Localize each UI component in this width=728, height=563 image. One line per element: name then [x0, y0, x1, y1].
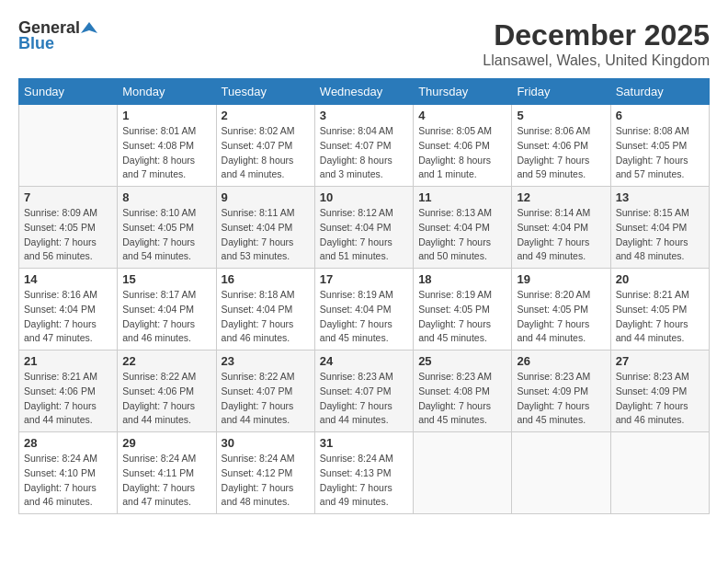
- day-number: 30: [222, 436, 310, 450]
- day-number: 23: [222, 354, 310, 368]
- column-header-friday: Friday: [512, 79, 610, 105]
- calendar-day-cell: 26Sunrise: 8:23 AM Sunset: 4:09 PM Dayli…: [512, 350, 610, 432]
- calendar-day-cell: 25Sunrise: 8:23 AM Sunset: 4:08 PM Dayli…: [414, 350, 512, 432]
- day-info: Sunrise: 8:15 AM Sunset: 4:04 PM Dayligh…: [616, 206, 704, 264]
- calendar-day-cell: 1Sunrise: 8:01 AM Sunset: 4:08 PM Daylig…: [118, 105, 216, 187]
- day-number: 6: [616, 109, 704, 122]
- logo: General Blue: [18, 18, 97, 53]
- day-info: Sunrise: 8:09 AM Sunset: 4:05 PM Dayligh…: [24, 206, 112, 264]
- calendar-empty-cell: [610, 432, 709, 514]
- calendar-day-cell: 30Sunrise: 8:24 AM Sunset: 4:12 PM Dayli…: [216, 432, 314, 514]
- day-info: Sunrise: 8:10 AM Sunset: 4:05 PM Dayligh…: [122, 206, 210, 264]
- day-info: Sunrise: 8:24 AM Sunset: 4:12 PM Dayligh…: [222, 452, 310, 510]
- day-info: Sunrise: 8:04 AM Sunset: 4:07 PM Dayligh…: [320, 124, 408, 182]
- calendar-day-cell: 20Sunrise: 8:21 AM Sunset: 4:05 PM Dayli…: [610, 269, 709, 350]
- day-info: Sunrise: 8:01 AM Sunset: 4:08 PM Dayligh…: [122, 124, 210, 182]
- column-header-wednesday: Wednesday: [314, 79, 413, 105]
- day-number: 21: [24, 354, 112, 368]
- calendar-day-cell: 23Sunrise: 8:22 AM Sunset: 4:07 PM Dayli…: [216, 350, 314, 432]
- column-header-sunday: Sunday: [19, 79, 118, 105]
- day-info: Sunrise: 8:23 AM Sunset: 4:09 PM Dayligh…: [517, 370, 605, 428]
- day-number: 15: [122, 272, 210, 286]
- month-title: December 2025: [483, 18, 710, 52]
- day-info: Sunrise: 8:11 AM Sunset: 4:04 PM Dayligh…: [222, 206, 310, 264]
- day-number: 28: [24, 436, 112, 450]
- calendar-day-cell: 13Sunrise: 8:15 AM Sunset: 4:04 PM Dayli…: [610, 187, 709, 269]
- calendar-week-row: 1Sunrise: 8:01 AM Sunset: 4:08 PM Daylig…: [19, 105, 710, 187]
- day-info: Sunrise: 8:17 AM Sunset: 4:04 PM Dayligh…: [122, 288, 210, 346]
- day-number: 1: [122, 109, 210, 122]
- calendar-day-cell: 5Sunrise: 8:06 AM Sunset: 4:06 PM Daylig…: [512, 105, 610, 187]
- day-number: 27: [616, 354, 704, 368]
- day-number: 26: [517, 354, 605, 368]
- column-header-thursday: Thursday: [414, 79, 512, 105]
- day-number: 5: [517, 109, 605, 122]
- calendar-day-cell: 9Sunrise: 8:11 AM Sunset: 4:04 PM Daylig…: [216, 187, 314, 269]
- day-info: Sunrise: 8:05 AM Sunset: 4:06 PM Dayligh…: [418, 124, 506, 182]
- day-info: Sunrise: 8:22 AM Sunset: 4:06 PM Dayligh…: [122, 370, 210, 428]
- day-number: 9: [222, 190, 310, 204]
- day-info: Sunrise: 8:24 AM Sunset: 4:11 PM Dayligh…: [122, 452, 210, 510]
- calendar-day-cell: 24Sunrise: 8:23 AM Sunset: 4:07 PM Dayli…: [314, 350, 413, 432]
- calendar-day-cell: 31Sunrise: 8:24 AM Sunset: 4:13 PM Dayli…: [314, 432, 413, 514]
- calendar-day-cell: 15Sunrise: 8:17 AM Sunset: 4:04 PM Dayli…: [118, 269, 216, 350]
- day-info: Sunrise: 8:23 AM Sunset: 4:07 PM Dayligh…: [320, 370, 408, 428]
- calendar-day-cell: 16Sunrise: 8:18 AM Sunset: 4:04 PM Dayli…: [216, 269, 314, 350]
- day-number: 2: [222, 109, 310, 122]
- day-number: 10: [320, 190, 408, 204]
- day-info: Sunrise: 8:19 AM Sunset: 4:05 PM Dayligh…: [418, 288, 506, 346]
- day-number: 18: [418, 272, 506, 286]
- logo-blue-text: Blue: [18, 34, 54, 53]
- day-info: Sunrise: 8:21 AM Sunset: 4:05 PM Dayligh…: [616, 288, 704, 346]
- logo-bird-icon: [81, 20, 97, 37]
- location-title: Llansawel, Wales, United Kingdom: [483, 52, 710, 69]
- calendar-day-cell: 3Sunrise: 8:04 AM Sunset: 4:07 PM Daylig…: [314, 105, 413, 187]
- title-area: December 2025 Llansawel, Wales, United K…: [483, 18, 710, 69]
- day-number: 31: [320, 436, 408, 450]
- day-number: 20: [616, 272, 704, 286]
- day-number: 12: [517, 190, 605, 204]
- day-info: Sunrise: 8:23 AM Sunset: 4:09 PM Dayligh…: [616, 370, 704, 428]
- day-info: Sunrise: 8:21 AM Sunset: 4:06 PM Dayligh…: [24, 370, 112, 428]
- column-header-tuesday: Tuesday: [216, 79, 314, 105]
- column-header-saturday: Saturday: [610, 79, 709, 105]
- day-number: 22: [122, 354, 210, 368]
- day-number: 14: [24, 272, 112, 286]
- calendar-day-cell: 19Sunrise: 8:20 AM Sunset: 4:05 PM Dayli…: [512, 269, 610, 350]
- calendar-week-row: 7Sunrise: 8:09 AM Sunset: 4:05 PM Daylig…: [19, 187, 710, 269]
- day-number: 7: [24, 190, 112, 204]
- day-number: 4: [418, 109, 506, 122]
- page-header: General Blue December 2025 Llansawel, Wa…: [18, 18, 710, 69]
- calendar-day-cell: 14Sunrise: 8:16 AM Sunset: 4:04 PM Dayli…: [19, 269, 118, 350]
- day-info: Sunrise: 8:19 AM Sunset: 4:04 PM Dayligh…: [320, 288, 408, 346]
- column-header-monday: Monday: [118, 79, 216, 105]
- day-info: Sunrise: 8:14 AM Sunset: 4:04 PM Dayligh…: [517, 206, 605, 264]
- calendar-day-cell: 17Sunrise: 8:19 AM Sunset: 4:04 PM Dayli…: [314, 269, 413, 350]
- day-info: Sunrise: 8:06 AM Sunset: 4:06 PM Dayligh…: [517, 124, 605, 182]
- calendar-day-cell: 2Sunrise: 8:02 AM Sunset: 4:07 PM Daylig…: [216, 105, 314, 187]
- calendar-day-cell: 10Sunrise: 8:12 AM Sunset: 4:04 PM Dayli…: [314, 187, 413, 269]
- day-number: 24: [320, 354, 408, 368]
- calendar-empty-cell: [512, 432, 610, 514]
- calendar-day-cell: 8Sunrise: 8:10 AM Sunset: 4:05 PM Daylig…: [118, 187, 216, 269]
- day-number: 11: [418, 190, 506, 204]
- calendar-day-cell: 12Sunrise: 8:14 AM Sunset: 4:04 PM Dayli…: [512, 187, 610, 269]
- calendar-day-cell: 4Sunrise: 8:05 AM Sunset: 4:06 PM Daylig…: [414, 105, 512, 187]
- calendar-day-cell: 29Sunrise: 8:24 AM Sunset: 4:11 PM Dayli…: [118, 432, 216, 514]
- calendar-week-row: 21Sunrise: 8:21 AM Sunset: 4:06 PM Dayli…: [19, 350, 710, 432]
- calendar-day-cell: 22Sunrise: 8:22 AM Sunset: 4:06 PM Dayli…: [118, 350, 216, 432]
- calendar-day-cell: 27Sunrise: 8:23 AM Sunset: 4:09 PM Dayli…: [610, 350, 709, 432]
- calendar-empty-cell: [414, 432, 512, 514]
- day-info: Sunrise: 8:22 AM Sunset: 4:07 PM Dayligh…: [222, 370, 310, 428]
- calendar-day-cell: 28Sunrise: 8:24 AM Sunset: 4:10 PM Dayli…: [19, 432, 118, 514]
- day-info: Sunrise: 8:12 AM Sunset: 4:04 PM Dayligh…: [320, 206, 408, 264]
- calendar-empty-cell: [19, 105, 118, 187]
- day-info: Sunrise: 8:08 AM Sunset: 4:05 PM Dayligh…: [616, 124, 704, 182]
- calendar-header-row: SundayMondayTuesdayWednesdayThursdayFrid…: [19, 79, 710, 105]
- day-info: Sunrise: 8:24 AM Sunset: 4:10 PM Dayligh…: [24, 452, 112, 510]
- day-number: 8: [122, 190, 210, 204]
- calendar-day-cell: 7Sunrise: 8:09 AM Sunset: 4:05 PM Daylig…: [19, 187, 118, 269]
- day-info: Sunrise: 8:13 AM Sunset: 4:04 PM Dayligh…: [418, 206, 506, 264]
- day-number: 29: [122, 436, 210, 450]
- calendar-day-cell: 21Sunrise: 8:21 AM Sunset: 4:06 PM Dayli…: [19, 350, 118, 432]
